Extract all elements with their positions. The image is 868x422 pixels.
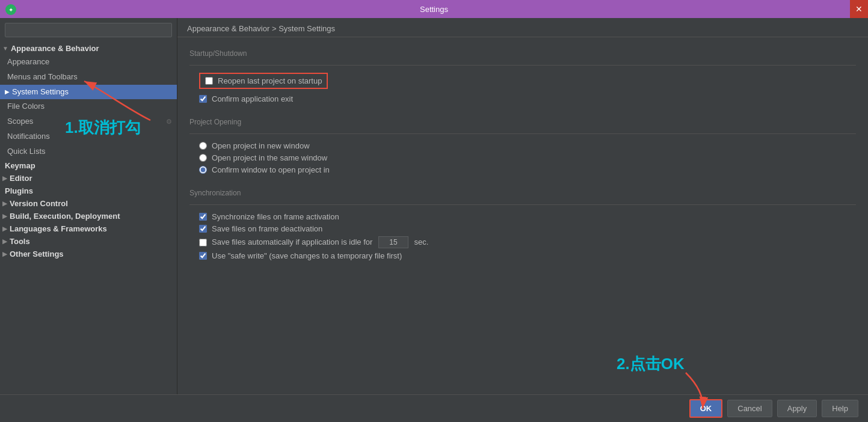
app-icon: ✦ (5, 4, 17, 16)
confirm-window-radio[interactable] (199, 166, 207, 174)
bottom-bar: OK Cancel Apply Help (0, 394, 868, 422)
section-divider3 (189, 204, 856, 205)
panel-header: Appearance & Behavior > System Settings (177, 18, 868, 37)
sync-frame-label: Synchronize files on frame activation (212, 212, 339, 221)
expand-arrow-icon: ▶ (2, 175, 7, 182)
help-button[interactable]: Help (822, 400, 858, 417)
window-title: Settings (420, 5, 448, 14)
save-deactivation-checkbox[interactable] (199, 225, 207, 233)
same-window-radio[interactable] (199, 154, 207, 162)
sidebar-item-system-settings[interactable]: ▶ System Settings (0, 85, 177, 100)
search-input[interactable] (5, 23, 172, 37)
expand-arrow-icon: ▶ (2, 213, 7, 219)
save-auto-label: Save files automatically if application … (212, 236, 428, 248)
sidebar-item-editor[interactable]: ▶ Editor (0, 172, 177, 185)
sidebar-item-other-settings[interactable]: ▶ Other Settings (0, 248, 177, 260)
sidebar-item-scopes[interactable]: Scopes ⚙ (0, 114, 177, 129)
expand-arrow-icon: ▼ (2, 45, 8, 52)
sidebar-item-build-execution[interactable]: ▶ Build, Execution, Deployment (0, 210, 177, 222)
sidebar-item-keymap[interactable]: Keymap (0, 159, 177, 172)
startup-section-title: Startup/Shutdown (189, 49, 856, 58)
save-deactivation-label: Save files on frame deactivation (212, 224, 322, 233)
same-window-label: Open project in the same window (212, 153, 327, 162)
close-button[interactable]: ✕ (850, 0, 868, 18)
sidebar-item-quick-lists[interactable]: Quick Lists (0, 144, 177, 159)
cancel-button[interactable]: Cancel (727, 400, 772, 417)
new-window-radio[interactable] (199, 142, 207, 150)
save-auto-checkbox[interactable] (199, 239, 207, 246)
new-window-row: Open project in new window (199, 141, 856, 150)
confirm-exit-row: Confirm application exit (199, 94, 856, 103)
reopen-project-label: Reopen last project on startup (218, 76, 322, 85)
main-container: ▼ Appearance & Behavior Appearance Menus… (0, 18, 868, 422)
expand-arrow-icon: ▶ (2, 200, 7, 207)
title-bar: ✦ Settings ✕ (0, 0, 868, 18)
sync-section-title: Synchronization (189, 189, 856, 197)
apply-button[interactable]: Apply (777, 400, 817, 417)
save-auto-row: Save files automatically if application … (199, 236, 856, 248)
sidebar-item-appearance[interactable]: Appearance (0, 55, 177, 70)
sidebar-item-appearance-behavior[interactable]: ▼ Appearance & Behavior (0, 42, 177, 55)
reopen-project-checkbox[interactable] (205, 77, 213, 85)
svg-text:✦: ✦ (8, 7, 13, 13)
save-deactivation-row: Save files on frame deactivation (199, 224, 856, 233)
scopes-icon: ⚙ (166, 117, 172, 127)
ok-button[interactable]: OK (689, 399, 723, 418)
sidebar-item-menus-toolbars[interactable]: Menus and Toolbars (0, 70, 177, 85)
expand-arrow-icon: ▶ (2, 238, 7, 245)
confirm-exit-label: Confirm application exit (212, 94, 293, 103)
section-divider2 (189, 133, 856, 134)
content-area: ▼ Appearance & Behavior Appearance Menus… (0, 18, 868, 394)
sidebar-item-plugins[interactable]: Plugins (0, 185, 177, 197)
breadcrumb: Appearance & Behavior > System Settings (187, 24, 335, 33)
expand-arrow-icon: ▶ (2, 225, 7, 232)
safe-write-label: Use "safe write" (save changes to a temp… (212, 251, 402, 260)
sidebar-item-file-colors[interactable]: File Colors (0, 99, 177, 114)
safe-write-row: Use "safe write" (save changes to a temp… (199, 251, 856, 260)
expand-arrow-icon: ▶ (2, 251, 7, 257)
sidebar-item-tools[interactable]: ▶ Tools (0, 235, 177, 248)
confirm-exit-checkbox[interactable] (199, 95, 207, 103)
appearance-behavior-children: Appearance Menus and Toolbars ▶ System S… (0, 55, 177, 159)
sync-frame-row: Synchronize files on frame activation (199, 212, 856, 221)
right-panel: Appearance & Behavior > System Settings … (177, 18, 868, 394)
confirm-window-label: Confirm window to open project in (212, 165, 330, 174)
confirm-window-row: Confirm window to open project in (199, 165, 856, 174)
sidebar-item-notifications[interactable]: Notifications (0, 129, 177, 144)
reopen-project-row: Reopen last project on startup (199, 73, 328, 89)
sync-frame-checkbox[interactable] (199, 213, 207, 221)
panel-content: Startup/Shutdown Reopen last project on … (177, 37, 868, 394)
same-window-row: Open project in the same window (199, 153, 856, 162)
sidebar-item-version-control[interactable]: ▶ Version Control (0, 197, 177, 210)
section-divider (189, 65, 856, 66)
sidebar-item-languages-frameworks[interactable]: ▶ Languages & Frameworks (0, 222, 177, 235)
sidebar: ▼ Appearance & Behavior Appearance Menus… (0, 18, 177, 394)
project-opening-section-title: Project Opening (189, 118, 856, 126)
safe-write-checkbox[interactable] (199, 252, 207, 260)
new-window-label: Open project in new window (212, 141, 310, 150)
idle-seconds-input[interactable] (378, 236, 408, 248)
